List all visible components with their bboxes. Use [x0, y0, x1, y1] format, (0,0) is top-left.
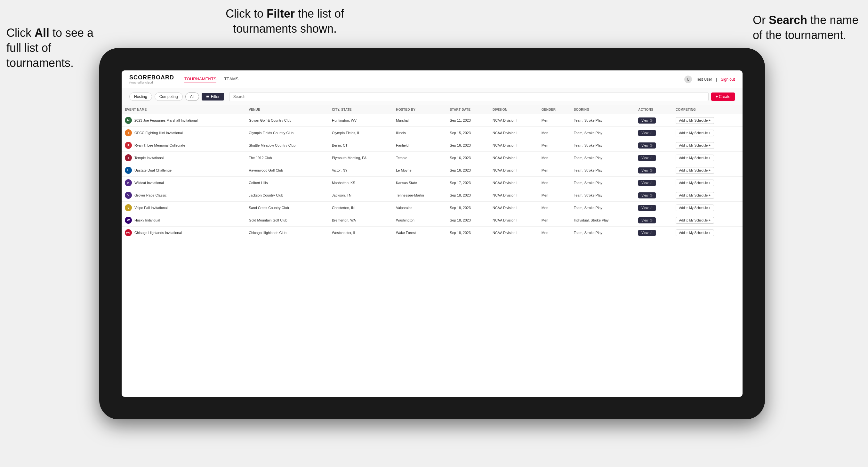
event-name-cell-5: K Wildcat Invitational [122, 177, 246, 189]
tablet-screen: SCOREBOARD Powered by clippd TOURNAMENTS… [122, 70, 743, 397]
tab-competing[interactable]: Competing [155, 93, 183, 101]
table-header-row: EVENT NAME VENUE CITY, STATE HOSTED BY S… [122, 105, 743, 114]
division-8: NCAA Division I [489, 214, 538, 227]
add-schedule-button-0[interactable]: Add to My Schedule + [676, 117, 714, 124]
actions-cell-8: View ☉ [635, 214, 673, 227]
event-name-cell-8: W Husky Individual [122, 214, 246, 227]
view-button-7[interactable]: View ☉ [638, 205, 656, 211]
search-input[interactable] [229, 92, 709, 101]
annotation-topleft: Click All to see a full list of tourname… [6, 26, 96, 70]
city-state-2: Berlin, CT [329, 139, 393, 152]
add-schedule-button-9[interactable]: Add to My Schedule + [676, 229, 714, 236]
actions-cell-1: View ☉ [635, 127, 673, 139]
col-actions: ACTIONS [635, 105, 673, 114]
hosted-by-2: Fairfield [393, 139, 446, 152]
division-7: NCAA Division I [489, 201, 538, 214]
actions-cell-9: View ☉ [635, 227, 673, 239]
nav-right: U Test User | Sign out [684, 75, 735, 83]
team-logo-3: T [125, 154, 132, 161]
add-schedule-button-7[interactable]: Add to My Schedule + [676, 205, 714, 211]
table-row: WF Chicago Highlands Invitational Chicag… [122, 227, 743, 239]
hosted-by-4: Le Moyne [393, 164, 446, 177]
venue-2: Shuttle Meadow Country Club [246, 139, 329, 152]
table-row: F Ryan T. Lee Memorial Collegiate Shuttl… [122, 139, 743, 152]
event-name-9: Chicago Highlands Invitational [134, 231, 182, 235]
competing-cell-4: Add to My Schedule + [673, 164, 743, 177]
division-9: NCAA Division I [489, 227, 538, 239]
filter-label: Filter [211, 94, 220, 99]
eye-icon-2: ☉ [650, 144, 653, 147]
gender-5: Men [538, 177, 571, 189]
view-button-5[interactable]: View ☉ [638, 180, 656, 186]
add-schedule-button-1[interactable]: Add to My Schedule + [676, 130, 714, 136]
view-button-6[interactable]: View ☉ [638, 192, 656, 198]
view-button-8[interactable]: View ☉ [638, 217, 656, 223]
division-4: NCAA Division I [489, 164, 538, 177]
gender-7: Men [538, 201, 571, 214]
start-date-7: Sep 18, 2023 [446, 201, 489, 214]
nav-teams[interactable]: TEAMS [224, 75, 239, 83]
scoring-3: Team, Stroke Play [571, 152, 635, 164]
logo-sub: Powered by clippd [129, 81, 174, 84]
tab-hosting[interactable]: Hosting [129, 93, 152, 101]
hosted-by-0: Marshall [393, 114, 446, 127]
actions-cell-2: View ☉ [635, 139, 673, 152]
nav-tournaments[interactable]: TOURNAMENTS [184, 75, 216, 83]
filter-icon: ☰ [206, 94, 210, 99]
create-button[interactable]: + Create [711, 93, 735, 101]
gender-2: Men [538, 139, 571, 152]
view-button-2[interactable]: View ☉ [638, 143, 656, 149]
scoring-8: Individual, Stroke Play [571, 214, 635, 227]
signout-link[interactable]: Sign out [721, 77, 735, 82]
hosted-by-7: Valparaiso [393, 201, 446, 214]
team-logo-7: V [125, 204, 132, 211]
add-schedule-button-8[interactable]: Add to My Schedule + [676, 217, 714, 224]
view-button-0[interactable]: View ☉ [638, 118, 656, 124]
competing-cell-8: Add to My Schedule + [673, 214, 743, 227]
eye-icon-9: ☉ [650, 231, 653, 235]
start-date-3: Sep 16, 2023 [446, 152, 489, 164]
table-row: V Valpo Fall Invitational Sand Creek Cou… [122, 201, 743, 214]
view-button-1[interactable]: View ☉ [638, 130, 656, 136]
gender-8: Men [538, 214, 571, 227]
eye-icon-7: ☉ [650, 206, 653, 210]
competing-cell-5: Add to My Schedule + [673, 177, 743, 189]
add-schedule-button-5[interactable]: Add to My Schedule + [676, 180, 714, 186]
competing-cell-6: Add to My Schedule + [673, 189, 743, 201]
scoring-1: Team, Stroke Play [571, 127, 635, 139]
tab-all[interactable]: All [185, 93, 199, 101]
add-schedule-button-6[interactable]: Add to My Schedule + [676, 192, 714, 199]
start-date-0: Sep 11, 2023 [446, 114, 489, 127]
team-logo-0: M [125, 117, 132, 124]
add-schedule-button-3[interactable]: Add to My Schedule + [676, 155, 714, 161]
annotation-topright: Or Search the name of the tournament. [753, 13, 862, 43]
logo-area: SCOREBOARD Powered by clippd [129, 74, 174, 84]
actions-cell-6: View ☉ [635, 189, 673, 201]
division-3: NCAA Division I [489, 152, 538, 164]
table-row: K Wildcat Invitational Colbert Hills Man… [122, 177, 743, 189]
filter-button[interactable]: ☰ Filter [202, 93, 224, 100]
col-venue: VENUE [246, 105, 329, 114]
table-row: M 2023 Joe Feaganes Marshall Invitationa… [122, 114, 743, 127]
team-logo-1: I [125, 129, 132, 136]
actions-cell-3: View ☉ [635, 152, 673, 164]
add-schedule-button-2[interactable]: Add to My Schedule + [676, 142, 714, 149]
eye-icon-6: ☉ [650, 194, 653, 197]
view-button-9[interactable]: View ☉ [638, 230, 656, 236]
table-row: V Grover Page Classic Jackson Country Cl… [122, 189, 743, 201]
competing-cell-0: Add to My Schedule + [673, 114, 743, 127]
gender-9: Men [538, 227, 571, 239]
event-name-cell-6: V Grover Page Classic [122, 189, 246, 201]
event-name-2: Ryan T. Lee Memorial Collegiate [134, 144, 185, 147]
annotation-topmid: Click to Filter the list of tournaments … [218, 6, 352, 36]
venue-6: Jackson Country Club [246, 189, 329, 201]
col-start-date: START DATE [446, 105, 489, 114]
add-schedule-button-4[interactable]: Add to My Schedule + [676, 167, 714, 174]
col-hosted-by: HOSTED BY [393, 105, 446, 114]
event-name-3: Temple Invitational [134, 156, 163, 160]
view-button-3[interactable]: View ☉ [638, 155, 656, 161]
table-container: EVENT NAME VENUE CITY, STATE HOSTED BY S… [122, 105, 743, 397]
hosted-by-8: Washington [393, 214, 446, 227]
venue-7: Sand Creek Country Club [246, 201, 329, 214]
view-button-4[interactable]: View ☉ [638, 167, 656, 174]
